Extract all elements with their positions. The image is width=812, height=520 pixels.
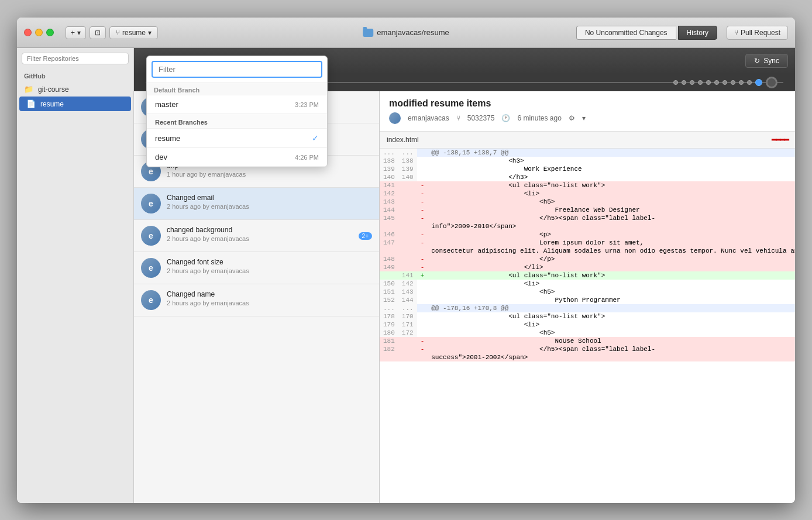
diff-deleted-cont: consectetur adipiscing elit. Aliquam sod… — [380, 247, 795, 255]
timeline-end — [766, 77, 777, 88]
diff-file-header: index.html ━━━━ — [380, 132, 795, 149]
diff-context-line: 139 139 Work Experience — [380, 165, 795, 173]
diff-deleted-line: 146 - <p> — [380, 230, 795, 239]
diff-deleted-line: 145 - </h5><span class="label label- — [380, 214, 795, 222]
diff-filename: index.html — [387, 136, 419, 144]
timeline-dot — [682, 80, 686, 85]
diff-deleted-line: 181 - NoUse School — [380, 337, 795, 345]
timeline-dot-active — [755, 79, 762, 86]
close-button[interactable] — [24, 29, 32, 36]
diff-added-line: 141 + <ul class="no-list work"> — [380, 271, 795, 280]
folder-icon — [363, 29, 373, 37]
branch-chevron: ▾ — [148, 29, 152, 37]
diff-settings-icon[interactable]: ⚙ — [569, 114, 575, 122]
diff-table: ... ... @@ -138,15 +138,7 @@ 138 138 — [380, 149, 795, 361]
repo-icon-git-course: 📁 — [24, 85, 33, 94]
commit-message: Changed name — [167, 290, 372, 298]
diff-hunk-line: ... ... @@ -138,15 +138,7 @@ — [380, 149, 795, 157]
diff-time: 6 minutes ago — [517, 114, 561, 122]
sidebar-item-git-course[interactable]: 📁 git-course — [17, 82, 133, 97]
diff-hash-icon: ⑂ — [456, 114, 460, 122]
layout-button[interactable]: ⊡ — [90, 26, 106, 39]
dev-branch-name: dev — [155, 153, 167, 161]
diff-chevron-icon[interactable]: ▾ — [582, 114, 586, 122]
diff-meta: emanjavacas ⑂ 5032375 🕐 6 minutes ago ⚙ … — [389, 112, 786, 124]
line-marker — [417, 304, 428, 312]
commit-meta: 2 hours ago by emanjavacas — [167, 267, 372, 274]
master-branch-name: master — [155, 100, 178, 109]
dropdown-item-master[interactable]: master 3:23 PM — [147, 95, 327, 114]
timeline-dot — [731, 80, 735, 85]
uncommitted-button[interactable]: No Uncommitted Changes — [576, 26, 676, 40]
diff-deleted-line: 148 - </p> — [380, 255, 795, 263]
repo-icon-resume: 📄 — [26, 99, 36, 108]
diff-header: modified resume items emanjavacas ⑂ 5032… — [380, 91, 795, 132]
branch-icon: ⑂ — [116, 29, 120, 37]
timeline-dot — [747, 80, 752, 85]
timeline-dot — [673, 80, 678, 85]
commit-badge: 2+ — [359, 232, 372, 240]
sync-button[interactable]: ↻ Sync — [745, 54, 788, 68]
sidebar-item-resume[interactable]: 📄 resume — [19, 97, 131, 111]
diff-hash: 5032375 — [467, 114, 495, 122]
commit-item-selected[interactable]: e Changed email 2 hours ago by emanjavac… — [134, 188, 379, 220]
diff-context-line: 138 138 <h3> — [380, 157, 795, 165]
diff-context-line: 178 170 <ul class="no-list work"> — [380, 312, 795, 321]
diff-time-icon: 🕐 — [501, 114, 510, 122]
branch-button[interactable]: ⑂ resume ▾ — [109, 26, 158, 39]
sidebar-item-label-git-course: git-course — [38, 85, 69, 94]
maximize-button[interactable] — [46, 29, 54, 36]
commit-item[interactable]: e Changed font size 2 hours ago by emanj… — [134, 252, 379, 284]
add-chevron: ▾ — [77, 29, 81, 37]
minimize-button[interactable] — [35, 29, 43, 36]
commit-info: Changed name 2 hours ago by emanjavacas — [167, 290, 372, 307]
layout-icon: ⊡ — [95, 29, 101, 37]
history-button[interactable]: History — [678, 26, 717, 40]
pr-icon: ⑂ — [734, 29, 738, 37]
commit-message: Changed font size — [167, 258, 372, 266]
github-section-label: GitHub — [17, 69, 133, 82]
avatar: e — [141, 194, 161, 213]
line-num-right: ... — [398, 149, 417, 157]
timeline-dot — [690, 80, 694, 85]
dropdown-item-dev[interactable]: dev 4:26 PM — [147, 148, 327, 167]
commit-info: Changed font size 2 hours ago by emanjav… — [167, 258, 372, 274]
diff-expand-icon[interactable]: ━━━━ — [772, 135, 788, 144]
add-button[interactable]: + ▾ — [66, 26, 86, 39]
branch-filter-input[interactable] — [152, 61, 322, 78]
branch-dropdown: Default Branch master 3:23 PM Recent Bra… — [146, 56, 328, 167]
timeline-dot — [739, 80, 744, 85]
commit-item[interactable]: e Changed name 2 hours ago by emanjavaca… — [134, 284, 379, 316]
commit-meta: 2 hours ago by emanjavacas — [167, 235, 353, 242]
resume-branch-name: resume — [155, 134, 180, 143]
diff-author: emanjavacas — [408, 114, 449, 122]
commit-meta: 1 hour ago by emanjavacas — [167, 171, 372, 178]
line-content: @@ -138,15 +138,7 @@ — [428, 149, 795, 157]
diff-pane: modified resume items emanjavacas ⑂ 5032… — [380, 91, 795, 503]
titlebar-buttons: + ▾ ⊡ ⑂ resume ▾ — [66, 26, 158, 39]
diff-context-line: 150 142 <li> — [380, 280, 795, 288]
filter-repos-input[interactable] — [22, 53, 129, 64]
diff-deleted-line: 142 - <li> — [380, 190, 795, 198]
dev-branch-time: 4:26 PM — [295, 154, 319, 161]
dropdown-filter — [147, 56, 327, 83]
commit-info: Changed email 2 hours ago by emanjavacas — [167, 194, 372, 210]
dropdown-item-resume[interactable]: resume ✓ — [147, 129, 327, 148]
diff-title: modified resume items — [389, 98, 786, 109]
diff-deleted-line: 144 - Freelance Web Designer — [380, 206, 795, 214]
line-num-left: ... — [380, 304, 398, 312]
pull-request-button[interactable]: ⑂ Pull Request — [727, 26, 788, 40]
diff-hunk-line: ... ... @@ -178,16 +170,8 @@ — [380, 304, 795, 312]
commit-meta: 2 hours ago by emanjavacas — [167, 203, 372, 210]
commit-message: Changed email — [167, 194, 372, 202]
diff-deleted-cont: success">2001-2002</span> — [380, 353, 795, 361]
check-icon: ✓ — [312, 133, 319, 143]
commit-info: changed background 2 hours ago by emanja… — [167, 226, 353, 242]
diff-deleted-cont: info">2009-2010</span> — [380, 222, 795, 230]
branch-label: resume — [122, 29, 146, 37]
avatar: e — [141, 226, 161, 246]
timeline-dot — [706, 80, 711, 85]
commit-item[interactable]: e changed background 2 hours ago by eman… — [134, 220, 379, 252]
diff-deleted-line: 149 - </li> — [380, 263, 795, 271]
plus-icon: + — [71, 29, 75, 37]
